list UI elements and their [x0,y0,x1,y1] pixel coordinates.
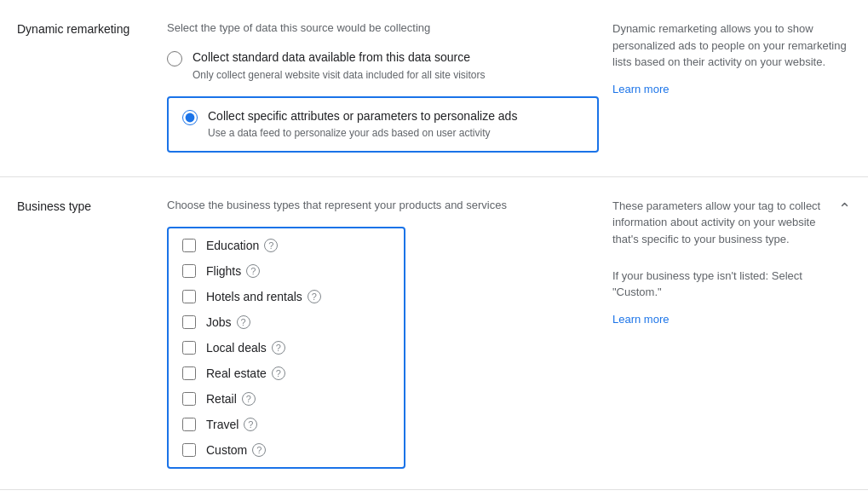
checkbox-item[interactable]: Education? [182,239,390,252]
business-type-info-text2: If your business type isn't listed: Sele… [612,268,831,301]
checkbox-item[interactable]: Custom? [182,443,390,457]
checkbox-item[interactable]: Travel? [182,418,390,431]
help-icon-custom[interactable]: ? [252,443,266,457]
radio-option-standard[interactable]: Collect standard data available from thi… [167,49,599,82]
checkbox-hotels-and-rentals[interactable] [182,290,196,303]
dynamic-remarketing-description: Select the type of data this source woul… [167,20,599,36]
checkbox-label: Real estate? [206,366,285,380]
checkbox-jobs[interactable] [182,315,196,329]
business-type-info-header: These parameters allow your tag to colle… [612,198,851,328]
business-type-info: These parameters allow your tag to colle… [612,198,851,469]
checkbox-item[interactable]: Flights? [182,264,390,278]
radio-standard-labels: Collect standard data available from thi… [193,49,486,82]
chevron-up-icon[interactable]: ⌃ [838,198,851,221]
help-icon-retail[interactable]: ? [242,392,256,406]
radio-specific-main: Collect specific attributes or parameter… [208,108,517,125]
checkbox-item[interactable]: Jobs? [182,315,390,329]
help-icon-hotels-and-rentals[interactable]: ? [308,290,321,303]
radio-specific-labels: Collect specific attributes or parameter… [208,108,517,141]
business-type-content: Choose the business types that represent… [153,198,612,469]
checkbox-label: Travel? [206,418,257,431]
radio-standard-main: Collect standard data available from thi… [193,49,486,66]
radio-specific-sub: Use a data feed to personalize your ads … [208,126,517,141]
business-type-checkbox-box: Education?Flights?Hotels and rentals?Job… [167,227,405,469]
business-type-learn-more[interactable]: Learn more [612,311,669,328]
checkbox-item[interactable]: Local deals? [182,341,390,355]
checkbox-item[interactable]: Hotels and rentals? [182,290,390,303]
checkbox-flights[interactable] [182,264,196,278]
radio-standard-sub: Only collect general website visit data … [193,68,486,83]
checkbox-label: Flights? [206,264,260,278]
help-icon-jobs[interactable]: ? [237,315,250,329]
checkbox-label: Custom? [206,443,266,457]
radio-standard[interactable] [167,51,182,66]
checkbox-item[interactable]: Retail? [182,392,390,406]
help-icon-flights[interactable]: ? [246,264,260,278]
business-type-info-texts: These parameters allow your tag to colle… [612,198,831,328]
dynamic-remarketing-content: Select the type of data this source woul… [153,20,612,156]
help-icon-education[interactable]: ? [264,239,278,252]
help-icon-travel[interactable]: ? [244,418,257,431]
checkbox-label: Local deals? [206,341,285,355]
checkbox-local-deals[interactable] [182,341,196,355]
help-icon-local-deals[interactable]: ? [272,341,285,355]
checkbox-education[interactable] [182,239,196,252]
checkbox-travel[interactable] [182,418,196,431]
help-icon-real-estate[interactable]: ? [272,366,285,380]
dynamic-remarketing-label: Dynamic remarketing [17,20,153,156]
business-type-label: Business type [17,198,153,469]
checkbox-label: Hotels and rentals? [206,290,321,303]
page-container: Dynamic remarketing Select the type of d… [0,0,868,490]
checkbox-item[interactable]: Real estate? [182,366,390,380]
radio-specific[interactable] [182,110,198,125]
checkbox-custom[interactable] [182,443,196,457]
checkbox-retail[interactable] [182,392,196,406]
dynamic-remarketing-learn-more[interactable]: Learn more [612,81,669,98]
business-type-section: Business type Choose the business types … [0,177,868,490]
checkbox-label: Education? [206,239,278,252]
business-type-description: Choose the business types that represent… [167,198,599,213]
checkbox-real-estate[interactable] [182,366,196,380]
dynamic-remarketing-section: Dynamic remarketing Select the type of d… [0,0,868,177]
dynamic-remarketing-info-text: Dynamic remarketing allows you to show p… [612,20,851,71]
checkbox-label: Jobs? [206,315,250,329]
dynamic-remarketing-info: Dynamic remarketing allows you to show p… [612,20,851,156]
radio-option-specific[interactable]: Collect specific attributes or parameter… [167,96,599,153]
checkbox-label: Retail? [206,392,256,406]
business-type-info-text1: These parameters allow your tag to colle… [612,198,831,248]
